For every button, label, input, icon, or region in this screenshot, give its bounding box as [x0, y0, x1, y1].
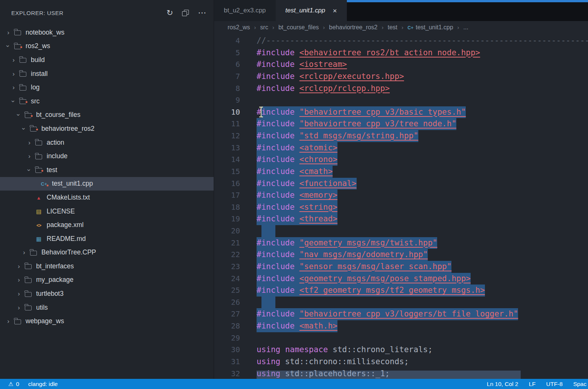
problems-indicator[interactable]: 0 — [8, 381, 19, 387]
breadcrumb-item-test-unit1-cpp[interactable]: test_unit1.cpp — [407, 24, 453, 31]
breadcrumb-item-test[interactable]: test — [388, 24, 398, 31]
tree-item-turtlebot3[interactable]: turtlebot3 — [0, 287, 214, 301]
tree-item-webpage-ws[interactable]: webpage_ws — [0, 314, 214, 328]
line-number[interactable]: 4 — [214, 35, 257, 47]
code-line[interactable]: 10#include "behaviortree_cpp_v3/basic_ty… — [214, 106, 588, 118]
breadcrumb-item-bt-course-files[interactable]: bt_course_files — [278, 24, 319, 31]
code-line[interactable]: 14#include <chrono> — [214, 154, 588, 166]
line-number[interactable]: 28 — [214, 320, 257, 332]
tree-item-cmakelists-txt[interactable]: CMakeLists.txt — [0, 191, 214, 204]
line-number[interactable]: 8 — [214, 83, 257, 95]
code-line[interactable]: 9 — [214, 94, 588, 106]
chevron-down-icon[interactable] — [9, 98, 18, 104]
eol-indicator[interactable]: LF — [529, 381, 536, 387]
code-line[interactable]: 21#include "geometry_msgs/msg/twist.hpp" — [214, 237, 588, 249]
chevron-right-icon[interactable] — [14, 304, 23, 311]
line-number[interactable]: 15 — [214, 166, 257, 178]
line-number[interactable]: 21 — [214, 237, 257, 249]
line-number[interactable]: 17 — [214, 189, 257, 201]
chevron-right-icon[interactable] — [25, 153, 34, 159]
cursor-position[interactable]: Ln 10, Col 2 — [487, 381, 518, 387]
code-line[interactable]: 22#include "nav_msgs/msg/odometry.hpp" — [214, 249, 588, 261]
tree-item-behaviortree-cpp[interactable]: BehaviorTree.CPP — [0, 246, 214, 260]
chevron-right-icon[interactable] — [9, 84, 18, 91]
code-line[interactable]: 13#include <atomic> — [214, 142, 588, 154]
line-number[interactable]: 24 — [214, 273, 257, 285]
code-line[interactable]: 4//-------------------------------------… — [214, 35, 588, 47]
line-number[interactable]: 14 — [214, 154, 257, 166]
code-line[interactable]: 7#include <rclcpp/executors.hpp> — [214, 71, 588, 83]
line-number[interactable]: 29 — [214, 332, 257, 344]
tree-item-utils[interactable]: utils — [0, 301, 214, 315]
refresh-icon[interactable] — [166, 8, 173, 17]
line-number[interactable]: 11 — [214, 118, 257, 130]
code-line[interactable]: 5#include <behaviortree_ros2/bt_action_n… — [214, 47, 588, 59]
tree-item-bt-interfaces[interactable]: bt_interfaces — [0, 259, 214, 273]
more-actions-icon[interactable] — [198, 8, 206, 18]
tree-item-notebook-ws[interactable]: notebook_ws — [0, 26, 214, 39]
tree-item-test[interactable]: test — [0, 163, 214, 177]
chevron-right-icon[interactable] — [4, 318, 13, 324]
code-line[interactable]: 26 — [214, 297, 588, 309]
collapse-folders-icon[interactable] — [182, 10, 189, 16]
tree-item-behaviortree-ros2[interactable]: behaviortree_ros2 — [0, 122, 214, 136]
code-line[interactable]: 28#include <math.h> — [214, 320, 588, 332]
line-number[interactable]: 10 — [214, 106, 257, 118]
line-number[interactable]: 22 — [214, 249, 257, 261]
tree-item-license[interactable]: LICENSE — [0, 204, 214, 218]
chevron-down-icon[interactable] — [14, 112, 23, 118]
code-line[interactable]: 29 — [214, 332, 588, 344]
chevron-right-icon[interactable] — [9, 57, 18, 63]
line-number[interactable]: 18 — [214, 201, 257, 213]
breadcrumb-item-more[interactable]: ... — [463, 24, 468, 31]
code-line[interactable]: 25#include <tf2_geometry_msgs/tf2_geomet… — [214, 285, 588, 297]
chevron-right-icon[interactable] — [9, 71, 18, 77]
tree-item-test-unit1-cpp[interactable]: test_unit1.cpp — [0, 177, 214, 191]
line-number[interactable]: 30 — [214, 344, 257, 356]
code-line[interactable]: 11#include "behaviortree_cpp_v3/tree_nod… — [214, 118, 588, 130]
indentation-indicator[interactable]: Spac — [573, 381, 586, 387]
breadcrumb-item-ros2-ws[interactable]: ros2_ws — [228, 24, 250, 31]
chevron-right-icon[interactable] — [20, 249, 29, 256]
line-number[interactable]: 5 — [214, 47, 257, 59]
tree-item-log[interactable]: log — [0, 80, 214, 94]
line-number[interactable]: 19 — [214, 213, 257, 225]
line-number[interactable]: 9 — [214, 94, 257, 106]
chevron-right-icon[interactable] — [25, 139, 34, 146]
code-line[interactable]: 19#include <thread> — [214, 213, 588, 225]
line-number[interactable]: 31 — [214, 356, 257, 368]
line-number[interactable]: 25 — [214, 285, 257, 297]
tree-item-install[interactable]: install — [0, 67, 214, 81]
tab-test-unit1-cpp[interactable]: test_unit1.cpp × — [276, 0, 347, 21]
chevron-right-icon[interactable] — [14, 263, 23, 269]
tree-item-action[interactable]: action — [0, 136, 214, 150]
encoding-indicator[interactable]: UTF-8 — [546, 381, 563, 387]
horizontal-scrollbar[interactable] — [257, 371, 521, 379]
breadcrumb-item-src[interactable]: src — [260, 24, 268, 31]
tab-bt-u2-ex3-cpp[interactable]: bt_u2_ex3.cpp — [214, 0, 276, 21]
line-number[interactable]: 26 — [214, 297, 257, 309]
line-number[interactable]: 20 — [214, 225, 257, 237]
code-line[interactable]: 24#include <geometry_msgs/msg/pose_stamp… — [214, 273, 588, 285]
code-line[interactable]: 8#include <rclcpp/rclcpp.hpp> — [214, 83, 588, 95]
tree-item-package-xml[interactable]: package.xml — [0, 218, 214, 232]
code-line[interactable]: 15#include <cmath> — [214, 166, 588, 178]
code-line[interactable]: 12#include "std_msgs/msg/string.hpp" — [214, 130, 588, 142]
line-number[interactable]: 6 — [214, 59, 257, 71]
breadcrumb-item-behaviortree-ros2[interactable]: behaviortree_ros2 — [329, 24, 378, 31]
code-line[interactable]: 31using std::chrono::milliseconds; — [214, 356, 588, 368]
chevron-down-icon[interactable] — [25, 167, 34, 173]
code-line[interactable]: 30using namespace std::chrono_literals; — [214, 344, 588, 356]
chevron-right-icon[interactable] — [14, 291, 23, 297]
tree-item-my-package[interactable]: my_package — [0, 273, 214, 287]
tree-item-ros2-ws[interactable]: ros2_ws — [0, 39, 214, 53]
line-number[interactable]: 13 — [214, 142, 257, 154]
clangd-status[interactable]: clangd: idle — [28, 381, 58, 387]
tree-item-src[interactable]: src — [0, 94, 214, 108]
code-area[interactable]: 4//-------------------------------------… — [214, 34, 588, 379]
line-number[interactable]: 23 — [214, 261, 257, 273]
code-line[interactable]: 27#include "behaviortree_cpp_v3/loggers/… — [214, 308, 588, 320]
line-number[interactable]: 32 — [214, 368, 257, 379]
chevron-right-icon[interactable] — [4, 29, 13, 36]
code-line[interactable]: 20 — [214, 225, 588, 237]
